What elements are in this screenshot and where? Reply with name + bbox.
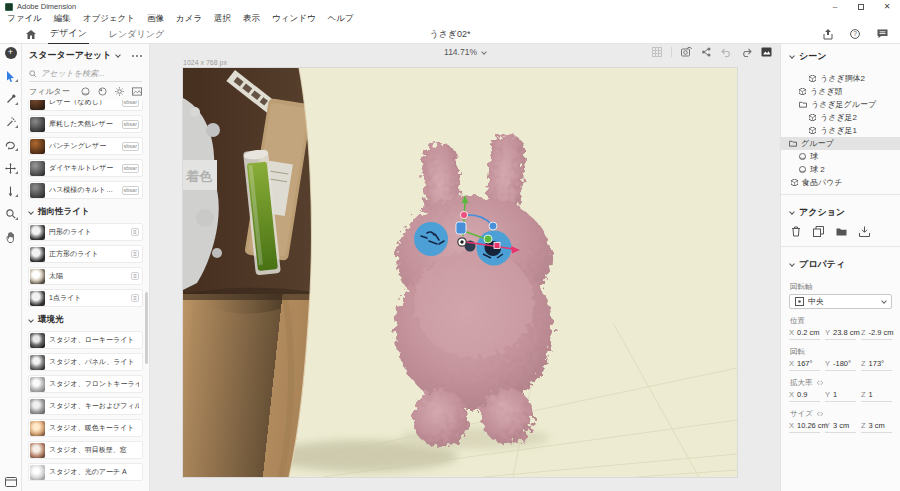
scene-item-rabbit-feet-group[interactable]: うさぎ足グループ bbox=[781, 98, 900, 111]
asset-light-item[interactable]: 1点ライト ≡ bbox=[28, 289, 143, 307]
gizmo-rotate-handle-pink[interactable] bbox=[460, 211, 467, 218]
asset-env-item[interactable]: スタジオ、パネル、ライト bbox=[28, 353, 143, 371]
camera-bookmark-icon[interactable] bbox=[681, 47, 692, 57]
asset-material-item[interactable]: 摩耗した天然レザー sbsar bbox=[28, 115, 143, 133]
menu-object[interactable]: オブジェクト bbox=[83, 13, 135, 25]
group-icon[interactable] bbox=[836, 227, 847, 236]
undo-icon[interactable] bbox=[721, 48, 732, 57]
asset-env-item[interactable]: スタジオ、光のアーチ A bbox=[28, 463, 143, 481]
scene-item-rabbit-body2[interactable]: うさぎ胴体2 bbox=[781, 72, 900, 85]
menu-help[interactable]: ヘルプ bbox=[328, 13, 354, 25]
link-icon[interactable] bbox=[816, 380, 824, 386]
maximize-button[interactable] bbox=[848, 0, 874, 13]
duplicate-icon[interactable] bbox=[813, 226, 824, 237]
scene-item-food-pouch[interactable]: 食品パウチ bbox=[781, 176, 900, 189]
asset-light-item[interactable]: 正方形のライト ≡ bbox=[28, 245, 143, 263]
export-icon[interactable] bbox=[859, 226, 870, 237]
scene-item-group-selected[interactable]: グループ bbox=[781, 137, 900, 150]
asset-env-item[interactable]: スタジオ、ローキーライト bbox=[28, 331, 143, 349]
rotation-y-field[interactable]: Y-180° bbox=[825, 359, 856, 371]
size-z-field[interactable]: Z3 cm bbox=[861, 421, 892, 433]
gizmo-rotate-handle-blue[interactable] bbox=[489, 222, 497, 230]
gizmo-x-handle[interactable] bbox=[494, 243, 500, 249]
menu-camera[interactable]: カメラ bbox=[176, 13, 202, 25]
share-scene-icon[interactable] bbox=[701, 47, 712, 57]
assets-panel-title[interactable]: スターターアセット bbox=[29, 49, 111, 62]
panel-toggle-icon[interactable] bbox=[5, 477, 17, 487]
scene-section-header[interactable]: シーン bbox=[781, 44, 900, 67]
scale-z-field[interactable]: Z1 bbox=[861, 390, 892, 402]
rotation-x-field[interactable]: X167° bbox=[789, 359, 820, 371]
asset-material-item[interactable]: レザー（なめし） sbsar bbox=[28, 100, 143, 111]
render-preview-icon[interactable] bbox=[761, 47, 772, 57]
asset-search[interactable] bbox=[29, 67, 142, 82]
gizmo-rotate-handle-green[interactable] bbox=[484, 235, 492, 243]
scene-item-rabbit-foot1[interactable]: うさぎ足1 bbox=[781, 124, 900, 137]
minimize-button[interactable]: – bbox=[822, 0, 848, 13]
asset-env-item[interactable]: スタジオ、暖色キーライト bbox=[28, 419, 143, 437]
scene-item-sphere2[interactable]: 球 2 bbox=[781, 163, 900, 176]
asset-material-item[interactable]: ハス模様のキルト… sbsar bbox=[28, 181, 143, 199]
canvas-artboard[interactable]: 着色 bbox=[183, 68, 737, 477]
pivot-dropdown[interactable]: 中央 bbox=[789, 294, 892, 309]
size-x-field[interactable]: X10.26 cm bbox=[789, 421, 820, 433]
redo-icon[interactable] bbox=[741, 48, 752, 57]
tab-render[interactable]: レンダリング bbox=[107, 25, 166, 44]
link-icon[interactable] bbox=[816, 411, 824, 417]
rotation-z-field[interactable]: Z173° bbox=[861, 359, 892, 371]
position-y-field[interactable]: Y23.8 cm bbox=[825, 328, 856, 340]
asset-material-item[interactable]: ダイヤキルトレザー sbsar bbox=[28, 159, 143, 177]
asset-search-input[interactable] bbox=[41, 69, 141, 78]
filter-images-icon[interactable] bbox=[132, 87, 142, 96]
properties-section-header[interactable]: プロパティ bbox=[781, 252, 900, 275]
asset-env-item[interactable]: スタジオ、羽目板壁、窓 bbox=[28, 441, 143, 459]
viewport[interactable]: 114.71% 1024 x 768 px bbox=[150, 44, 780, 491]
asset-env-item[interactable]: スタジオ、フロントキーライト bbox=[28, 375, 143, 393]
menu-select[interactable]: 選択 bbox=[214, 13, 231, 25]
delete-icon[interactable] bbox=[791, 226, 801, 237]
scale-y-field[interactable]: Y1 bbox=[825, 390, 856, 402]
orbit-tool[interactable] bbox=[3, 137, 19, 153]
asset-material-item[interactable]: パンチングレザー sbsar bbox=[28, 137, 143, 155]
menu-file[interactable]: ファイル bbox=[7, 13, 42, 25]
menu-image[interactable]: 画像 bbox=[147, 13, 164, 25]
select-tool[interactable] bbox=[3, 68, 19, 84]
filter-models-icon[interactable] bbox=[81, 87, 90, 96]
scene-item-rabbit-foot2[interactable]: うさぎ足2 bbox=[781, 111, 900, 124]
asset-light-item[interactable]: 円形のライト ≡ bbox=[28, 223, 143, 241]
actions-section-header[interactable]: アクション bbox=[781, 200, 900, 223]
assets-scrollbar[interactable] bbox=[145, 292, 148, 364]
grid-icon[interactable] bbox=[652, 47, 662, 57]
share-icon[interactable] bbox=[823, 29, 833, 40]
filter-materials-icon[interactable] bbox=[98, 87, 107, 96]
home-icon[interactable] bbox=[26, 30, 36, 39]
asset-env-item[interactable]: スタジオ、キーおよびフィル… bbox=[28, 397, 143, 415]
more-options-icon[interactable] bbox=[132, 55, 142, 57]
close-button[interactable]: ✕ bbox=[874, 0, 900, 13]
asset-light-item[interactable]: 太陽 ≡ bbox=[28, 267, 143, 285]
tab-design[interactable]: デザイン bbox=[48, 24, 89, 45]
add-content-button[interactable]: + bbox=[5, 47, 17, 59]
gizmo-z-handle[interactable] bbox=[456, 222, 466, 234]
move-tool[interactable] bbox=[3, 160, 19, 176]
help-icon[interactable]: ? bbox=[850, 29, 860, 39]
scene-item-rabbit-head[interactable]: うさぎ頭 bbox=[781, 85, 900, 98]
chevron-down-icon[interactable] bbox=[116, 52, 122, 58]
hand-tool[interactable] bbox=[3, 229, 19, 245]
menu-view[interactable]: 表示 bbox=[243, 13, 260, 25]
magic-wand-tool[interactable] bbox=[3, 114, 19, 130]
menu-window[interactable]: ウィンドウ bbox=[272, 13, 316, 25]
position-z-field[interactable]: Z-2.9 cm bbox=[861, 328, 892, 340]
feedback-icon[interactable] bbox=[877, 29, 888, 39]
decal-left[interactable] bbox=[414, 222, 448, 256]
eyedropper-tool[interactable] bbox=[3, 91, 19, 107]
scene-item-sphere[interactable]: 球 bbox=[781, 150, 900, 163]
section-directional-lights[interactable]: 指向性ライト bbox=[29, 206, 143, 218]
size-y-field[interactable]: Y3 cm bbox=[825, 421, 856, 433]
section-environment-lights[interactable]: 環境光 bbox=[29, 314, 143, 326]
position-x-field[interactable]: X0.2 cm bbox=[789, 328, 820, 340]
zoom-tool[interactable] bbox=[3, 206, 19, 222]
dolly-tool[interactable] bbox=[3, 183, 19, 199]
scale-x-field[interactable]: X0.9 bbox=[789, 390, 820, 402]
filter-lights-icon[interactable] bbox=[115, 87, 124, 96]
